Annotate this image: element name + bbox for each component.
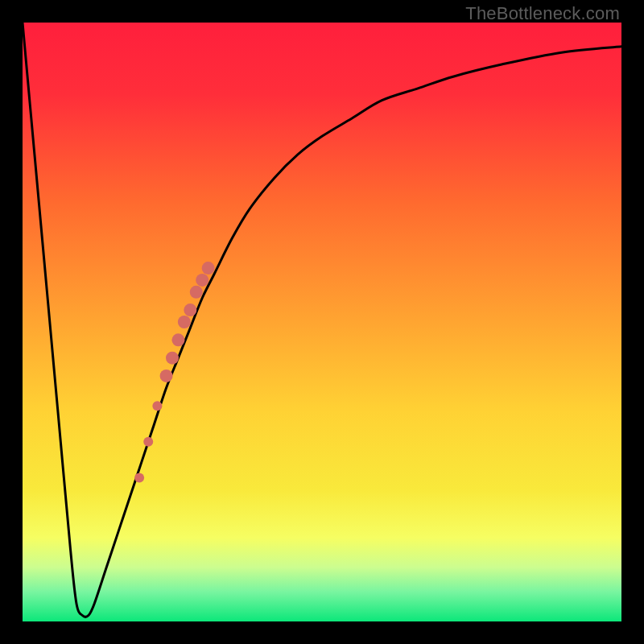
highlight-dot <box>134 473 144 482</box>
highlight-dot <box>143 437 153 447</box>
chart-frame: TheBottleneck.com <box>0 0 644 644</box>
highlight-dot <box>178 316 191 328</box>
plot-area <box>23 23 621 621</box>
highlight-dot <box>152 401 162 411</box>
highlight-dot <box>196 274 208 287</box>
watermark-text: TheBottleneck.com <box>465 3 620 24</box>
highlight-dot <box>160 369 173 382</box>
highlight-dot <box>202 262 215 275</box>
chart-canvas <box>23 23 621 621</box>
highlight-dot <box>166 352 179 365</box>
highlight-dot <box>190 286 203 299</box>
highlight-dot <box>171 333 184 346</box>
highlight-dot <box>184 303 196 316</box>
bottleneck-curve <box>23 23 621 617</box>
